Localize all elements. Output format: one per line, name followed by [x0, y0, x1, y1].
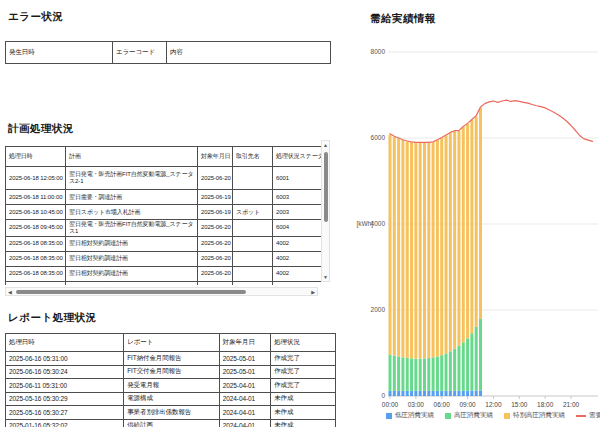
legend-label: 低圧消費実績: [395, 411, 434, 420]
table-row[interactable]: 2025-06-18 08:35:00翌日相対契約調達計画2025-06-204…: [6, 236, 323, 251]
legend-item[interactable]: 低圧消費実績: [386, 411, 434, 420]
table-cell: [233, 167, 273, 190]
bar-segment: [440, 391, 443, 396]
bar-segment: [414, 391, 417, 396]
bar-segment: [397, 356, 400, 390]
table-row[interactable]: 2025-06-16 05:31:00FIT納付金月間報告2025-05-01作…: [6, 352, 336, 366]
table-row[interactable]: 2025-06-16 05:30:24FIT交付金月間報告2025-05-01作…: [6, 365, 336, 379]
scroll-right-icon[interactable]: ▶: [311, 288, 315, 295]
x-axis-tick-label: 00:00: [382, 401, 399, 408]
bar-segment: [449, 133, 452, 351]
bar-segment: [453, 391, 456, 396]
legend-swatch-icon: [504, 413, 510, 419]
vertical-scroll-thumb[interactable]: [324, 152, 329, 222]
demand-supply-chart: 02000400060008000[kWh]00:0003:0006:0009:…: [340, 0, 600, 427]
x-axis-tick-label: 15:00: [511, 401, 528, 408]
legend-label: 需要計画: [589, 411, 600, 420]
table-cell: 2025-06-20: [198, 281, 233, 285]
plan-table: 処理日時計画対象年月日取引先名処理状況ステータス 2025-06-18 12:0…: [5, 146, 322, 285]
bar-segment: [470, 120, 473, 333]
table-cell: 2025-05-01: [219, 352, 270, 366]
table-cell: 6004: [273, 220, 323, 237]
table-row[interactable]: 2025-05-16 05:30:29電源構成2024-04-01未作成: [6, 392, 336, 406]
column-header: 処理状況ステータス: [273, 147, 323, 167]
table-cell: 翌日スポット市場入札計画: [66, 205, 198, 220]
column-header: 対象年月日: [198, 147, 233, 167]
table-cell: スポット: [233, 205, 273, 220]
table-row[interactable]: 2025-06-18 08:35:00翌日相対契約調達計画2025-06-204…: [6, 266, 323, 281]
plan-vertical-scrollbar[interactable]: ▲ ▼: [321, 140, 330, 282]
plan-table-header: 処理日時計画対象年月日取引先名処理状況ステータス: [6, 147, 323, 167]
table-row[interactable]: 2025-06-18 10:45:00翌日スポット市場入札計画2025-06-1…: [6, 205, 323, 220]
bar-segment: [410, 142, 413, 358]
table-cell: 2025-06-16 05:30:24: [6, 365, 124, 379]
table-cell: 2025-04-01: [219, 379, 270, 393]
bar-segment: [389, 355, 392, 391]
bar-segment: [453, 349, 456, 391]
legend-item[interactable]: 需要計画: [576, 411, 600, 420]
bar-segment: [406, 358, 409, 391]
bar-segment: [436, 391, 439, 396]
bar-segment: [466, 124, 469, 339]
bar-segment: [410, 391, 413, 396]
legend-item[interactable]: 高圧消費実績: [445, 411, 493, 420]
bar-segment: [466, 391, 469, 396]
table-cell: 電源構成: [124, 392, 220, 406]
table-cell: 作成完了: [271, 352, 336, 366]
x-axis-tick-label: 03:00: [408, 401, 425, 408]
table-row[interactable]: 2025-06-18 12:05:00翌日発電・販売計画FIT自然変動電源_ステ…: [6, 167, 323, 190]
bar-segment: [479, 390, 482, 396]
bar-segment: [397, 391, 400, 396]
x-axis-tick-label: 09:00: [459, 401, 476, 408]
bar-segment: [406, 141, 409, 358]
table-cell: 2025-01-16 05:32:02: [6, 419, 124, 427]
table-row[interactable]: 2025-06-18 08:35:00翌日相対契約調達計画2025-06-204…: [6, 281, 323, 285]
column-header: 計画: [66, 147, 198, 167]
bar-segment: [397, 138, 400, 356]
table-cell: 2025-06-11 05:31:00: [6, 379, 124, 393]
table-cell: 2025-05-16 05:30:27: [6, 406, 124, 420]
scroll-left-icon[interactable]: ◀: [8, 288, 12, 295]
scroll-down-icon[interactable]: ▼: [322, 274, 329, 280]
column-header: 取引先名: [233, 147, 273, 167]
x-axis-tick-label: 21:00: [563, 401, 580, 408]
bar-segment: [432, 357, 435, 391]
legend-item[interactable]: 特別高圧消費実績: [504, 411, 565, 420]
bar-segment: [410, 358, 413, 390]
table-cell: 2025-06-18 12:05:00: [6, 167, 66, 190]
table-cell: 翌日相対契約調達計画: [66, 251, 198, 266]
bar-segment: [419, 143, 422, 359]
bar-segment: [470, 333, 473, 390]
bar-segment: [419, 359, 422, 391]
table-row[interactable]: 2025-01-16 05:32:02供給計画2024-04-01未作成: [6, 419, 336, 427]
table-row[interactable]: 2025-06-18 09:45:00翌日発電・販売計画FIT自然変動電源_ステ…: [6, 220, 323, 237]
table-cell: 4002: [273, 236, 323, 251]
bar-segment: [457, 346, 460, 391]
column-header: 対象年月日: [219, 334, 270, 352]
column-header: エラーコード: [113, 42, 167, 64]
table-row[interactable]: 2025-06-18 11:00:00翌日需要・調達計画2025-06-1960…: [6, 190, 323, 205]
table-row[interactable]: 2025-06-18 08:35:00翌日相対契約調達計画2025-06-204…: [6, 251, 323, 266]
y-axis-tick-label: 2000: [371, 306, 386, 313]
bar-segment: [401, 357, 404, 391]
table-row[interactable]: 2025-05-16 05:30:27事業者別排出係数報告2024-04-01未…: [6, 406, 336, 420]
bar-segment: [449, 351, 452, 391]
bar-segment: [401, 391, 404, 396]
table-cell: 翌日相対契約調達計画: [66, 281, 198, 285]
table-cell: 未作成: [271, 392, 336, 406]
scroll-up-icon[interactable]: ▲: [322, 142, 329, 148]
bar-segment: [393, 137, 396, 356]
bar-segment: [475, 327, 478, 391]
bar-segment: [479, 108, 482, 319]
table-cell: [233, 190, 273, 205]
plan-table-body: 2025-06-18 12:05:00翌日発電・販売計画FIT自然変動電源_ステ…: [6, 167, 323, 286]
plan-horizontal-scrollbar[interactable]: ◀ ▶: [5, 287, 318, 296]
table-cell: 翌日需要・調達計画: [66, 190, 198, 205]
table-cell: [233, 281, 273, 285]
table-row[interactable]: 2025-06-11 05:31:00発受電月報2025-04-01作成完了: [6, 379, 336, 393]
horizontal-scroll-thumb[interactable]: [16, 290, 246, 295]
table-cell: 未作成: [271, 419, 336, 427]
table-cell: [233, 236, 273, 251]
table-cell: 2025-06-18 11:00:00: [6, 190, 66, 205]
error-section-title: エラー状況: [8, 10, 64, 24]
